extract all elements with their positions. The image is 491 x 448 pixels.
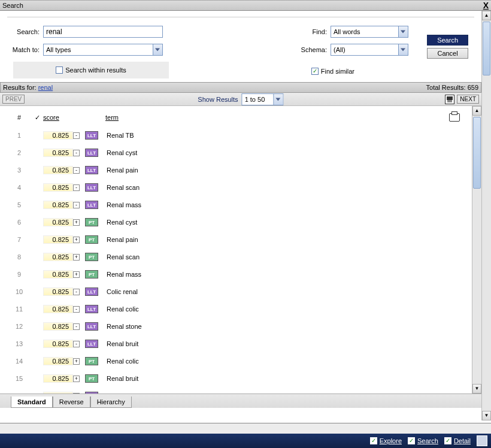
scroll-up-icon[interactable]: ▲ — [472, 106, 481, 116]
search-button[interactable]: Search — [427, 35, 468, 46]
row-term[interactable]: Renal biopsy — [102, 392, 460, 394]
expand-icon[interactable]: - — [73, 202, 80, 208]
expand-icon[interactable]: - — [73, 306, 80, 313]
scroll-thumb[interactable] — [483, 22, 490, 75]
search-checkbox[interactable]: ✓ — [408, 437, 415, 444]
range-value: 1 to 50 — [245, 96, 265, 103]
scroll-down-icon[interactable]: ▼ — [472, 384, 481, 393]
expand-icon[interactable]: - — [73, 323, 80, 330]
row-num: 6 — [7, 219, 31, 226]
row-term[interactable]: Renal TB — [102, 132, 460, 139]
search-link[interactable]: Search — [417, 437, 438, 444]
printer-icon[interactable] — [449, 113, 460, 122]
result-row[interactable]: 10.825-LLTRenal TB — [7, 126, 460, 144]
result-row[interactable]: 20.825-LLTRenal cyst — [7, 144, 460, 161]
row-num: 16 — [7, 392, 31, 394]
result-row[interactable]: 150.825+PTRenal bruit — [7, 370, 460, 387]
result-row[interactable]: 80.825+PTRenal scan — [7, 248, 460, 265]
results-for-link[interactable]: renal — [38, 84, 53, 91]
row-score: 0.825 — [43, 253, 73, 261]
row-term[interactable]: Renal scan — [102, 184, 460, 191]
matchto-label: Match to: — [7, 46, 43, 53]
result-row[interactable]: 140.825+PTRenal colic — [7, 352, 460, 370]
result-row[interactable]: 60.825+PTRenal cyst — [7, 213, 460, 231]
range-select[interactable]: 1 to 50 — [242, 93, 284, 105]
expand-icon[interactable]: - — [73, 341, 80, 347]
expand-icon[interactable]: + — [73, 271, 80, 278]
scroll-up-icon[interactable]: ▲ — [482, 11, 491, 20]
results-scrollbar[interactable]: ▲ ▼ — [472, 106, 481, 393]
row-term[interactable]: Renal bruit — [102, 375, 460, 382]
row-term[interactable]: Renal scan — [102, 253, 460, 261]
expand-icon[interactable]: - — [73, 150, 80, 156]
tab-hierarchy[interactable]: Hierarchy — [90, 396, 132, 408]
next-button[interactable]: NEXT — [457, 95, 479, 104]
row-term[interactable]: Colic renal — [102, 288, 460, 295]
explore-link[interactable]: Explore — [380, 437, 402, 444]
expand-icon[interactable]: + — [73, 219, 80, 226]
schema-select[interactable]: (All) — [331, 44, 408, 56]
row-score: 0.825 — [43, 287, 73, 296]
detail-checkbox[interactable]: ✓ — [444, 437, 451, 444]
expand-icon[interactable]: - — [73, 167, 80, 174]
row-term[interactable]: Renal cyst — [102, 219, 460, 226]
row-term[interactable]: Renal pain — [102, 167, 460, 174]
save-icon[interactable] — [445, 95, 454, 104]
prev-button[interactable]: PREV — [2, 95, 25, 104]
expand-icon[interactable]: - — [73, 132, 80, 139]
search-input[interactable] — [43, 26, 163, 38]
tab-reverse[interactable]: Reverse — [53, 396, 90, 408]
outer-scrollbar[interactable]: ▲ ▼ — [481, 11, 491, 420]
result-row[interactable]: 30.825-LLTRenal pain — [7, 161, 460, 178]
tab-standard[interactable]: Standard — [11, 396, 53, 408]
result-row[interactable]: 160.825-LLTRenal biopsy — [7, 387, 460, 393]
search-label: Search: — [7, 28, 43, 35]
resize-handle-icon[interactable] — [477, 435, 487, 446]
scroll-thumb[interactable] — [473, 117, 481, 189]
type-badge: LLT — [85, 149, 98, 157]
result-row[interactable]: 120.825-LLTRenal stone — [7, 317, 460, 335]
expand-icon[interactable]: + — [73, 237, 80, 243]
expand-icon[interactable]: - — [73, 289, 80, 295]
expand-icon[interactable]: - — [73, 184, 80, 191]
row-term[interactable]: Renal mass — [102, 271, 460, 278]
detail-link[interactable]: Detail — [454, 437, 471, 444]
result-row[interactable]: 40.825-LLTRenal scan — [7, 178, 460, 196]
explore-checkbox[interactable]: ✓ — [370, 437, 377, 444]
result-row[interactable]: 110.825-LLTRenal colic — [7, 300, 460, 317]
row-score: 0.825 — [43, 270, 73, 279]
row-score: 0.825 — [43, 374, 73, 383]
cancel-button[interactable]: Cancel — [427, 48, 468, 59]
close-icon[interactable]: X — [483, 1, 489, 10]
type-badge: PT — [85, 270, 98, 279]
col-score[interactable]: score — [43, 114, 73, 121]
row-term[interactable]: Renal colic — [102, 305, 460, 313]
scroll-down-icon[interactable]: ▼ — [482, 411, 491, 420]
result-row[interactable]: 50.825-LLTRenal mass — [7, 196, 460, 213]
expand-icon[interactable]: + — [73, 254, 80, 261]
row-term[interactable]: Renal pain — [102, 236, 460, 243]
row-score: 0.825 — [43, 149, 73, 157]
find-similar-checkbox[interactable]: ✓ — [311, 68, 319, 75]
result-row[interactable]: 100.825-LLTColic renal — [7, 283, 460, 300]
row-term[interactable]: Renal bruit — [102, 340, 460, 347]
schema-value: (All) — [334, 46, 345, 53]
expand-icon[interactable]: - — [73, 393, 80, 393]
result-row[interactable]: 70.825+PTRenal pain — [7, 231, 460, 248]
matchto-select[interactable]: All types — [43, 44, 163, 56]
find-select[interactable]: All words — [331, 26, 408, 38]
result-row[interactable]: 90.825+PTRenal mass — [7, 265, 460, 283]
type-badge: PT — [85, 218, 98, 226]
row-term[interactable]: Renal stone — [102, 323, 460, 330]
expand-icon[interactable]: + — [73, 376, 80, 382]
row-score: 0.825 — [43, 322, 73, 331]
type-badge: LLT — [85, 340, 98, 348]
row-term[interactable]: Renal colic — [102, 358, 460, 365]
row-term[interactable]: Renal mass — [102, 201, 460, 208]
result-row[interactable]: 130.825-LLTRenal bruit — [7, 335, 460, 352]
col-term[interactable]: term — [102, 114, 449, 121]
row-score: 0.825 — [43, 235, 73, 244]
expand-icon[interactable]: + — [73, 358, 80, 365]
search-within-checkbox[interactable] — [56, 66, 63, 74]
row-term[interactable]: Renal cyst — [102, 149, 460, 156]
